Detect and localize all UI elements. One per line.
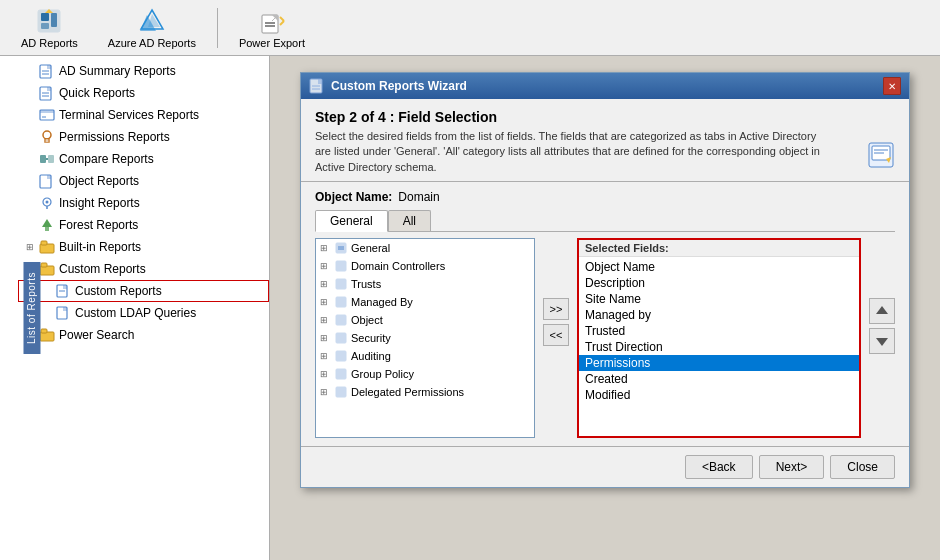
ft-icon-managed — [334, 295, 348, 309]
sidebar-item-permissions[interactable]: Permissions Reports — [18, 126, 269, 148]
sidebar-item-custom-parent[interactable]: ⊟ Custom Reports — [18, 258, 269, 280]
ft-icon-trusts — [334, 277, 348, 291]
icon-forest — [39, 217, 55, 233]
svg-rect-40 — [41, 241, 47, 245]
svg-rect-68 — [336, 369, 346, 379]
expander-ad-summary — [23, 64, 37, 78]
up-down-buttons — [869, 238, 895, 354]
svg-rect-30 — [48, 155, 54, 163]
arrow-left-icon: << — [550, 329, 563, 341]
selected-item-created[interactable]: Created — [579, 371, 859, 387]
sidebar-item-compare[interactable]: Compare Reports — [18, 148, 269, 170]
icon-terminal — [39, 107, 55, 123]
remove-field-btn[interactable]: << — [543, 324, 569, 346]
svg-point-26 — [43, 131, 51, 139]
icon-custom-child — [55, 283, 71, 299]
svg-rect-69 — [336, 387, 346, 397]
ft-icon-auditing — [334, 349, 348, 363]
selected-item-modified[interactable]: Modified — [579, 387, 859, 403]
close-button[interactable]: Close — [830, 455, 895, 479]
field-tree-security[interactable]: ⊞ Security — [316, 329, 534, 347]
ft-icon-delegated — [334, 385, 348, 399]
sidebar-item-power-search[interactable]: ⊞ Power Search — [18, 324, 269, 346]
dialog-titlebar: Custom Reports Wizard ✕ — [301, 73, 909, 99]
azure-icon — [138, 7, 166, 35]
tab-general[interactable]: General — [315, 210, 388, 232]
ft-icon-gp — [334, 367, 348, 381]
svg-rect-1 — [41, 13, 49, 21]
ft-expand-delegated: ⊞ — [320, 387, 334, 397]
ft-icon-object — [334, 313, 348, 327]
sidebar-custom-parent-label: Custom Reports — [59, 262, 146, 276]
selected-item-trustdirection[interactable]: Trust Direction — [579, 339, 859, 355]
field-tree-delegated[interactable]: ⊞ Delegated Permissions — [316, 383, 534, 401]
toolbar-ad-reports[interactable]: AD Reports — [8, 4, 91, 52]
field-label-gp: Group Policy — [351, 368, 414, 380]
svg-marker-37 — [42, 219, 52, 227]
svg-marker-70 — [876, 306, 888, 314]
sidebar-ad-summary-label: AD Summary Reports — [59, 64, 176, 78]
icon-ldap — [55, 305, 71, 321]
sidebar-ldap-label: Custom LDAP Queries — [75, 306, 196, 320]
field-tree-auditing[interactable]: ⊞ Auditing — [316, 347, 534, 365]
toolbar-azure-ad[interactable]: Azure AD Reports — [95, 4, 209, 52]
tab-row: General All — [315, 210, 895, 231]
dialog-titlebar-right: ✕ — [883, 77, 901, 95]
sidebar-item-object[interactable]: Object Reports — [18, 170, 269, 192]
toolbar-power-export[interactable]: Power Export — [226, 4, 318, 52]
object-name-row: Object Name: Domain — [315, 190, 895, 204]
toolbar: AD Reports Azure AD Reports Power Expor — [0, 0, 940, 56]
move-down-btn[interactable] — [869, 328, 895, 354]
expander-builtin: ⊞ — [23, 240, 37, 254]
expander-forest — [23, 218, 37, 232]
sidebar-item-quick-reports[interactable]: Quick Reports — [18, 82, 269, 104]
field-tree-managed[interactable]: ⊞ Managed By — [316, 293, 534, 311]
toolbar-ad-reports-label: AD Reports — [21, 37, 78, 49]
sidebar-item-insight[interactable]: Insight Reports — [18, 192, 269, 214]
field-tree-general[interactable]: ⊞ General — [316, 239, 534, 257]
arrow-right-icon: >> — [550, 303, 563, 315]
up-arrow-icon — [875, 304, 889, 318]
sidebar-item-ad-summary[interactable]: AD Summary Reports — [18, 60, 269, 82]
field-label-general: General — [351, 242, 390, 254]
sidebar-item-terminal[interactable]: Terminal Services Reports — [18, 104, 269, 126]
svg-rect-42 — [41, 263, 47, 267]
svg-rect-33 — [47, 175, 51, 179]
sidebar-item-forest[interactable]: Forest Reports — [18, 214, 269, 236]
field-tree-gp[interactable]: ⊞ Group Policy — [316, 365, 534, 383]
sidebar: List of Reports AD Summary Reports Quick… — [0, 56, 270, 560]
icon-quick-reports — [39, 85, 55, 101]
icon-insight — [39, 195, 55, 211]
selected-fields-header: Selected Fields: — [579, 240, 859, 257]
ft-expand-trusts: ⊞ — [320, 279, 334, 289]
ft-expand-auditing: ⊞ — [320, 351, 334, 361]
field-tree-object[interactable]: ⊞ Object — [316, 311, 534, 329]
sidebar-item-builtin[interactable]: ⊞ Built-in Reports — [18, 236, 269, 258]
selected-item-objectname[interactable]: Object Name — [579, 259, 859, 275]
content-area: Custom Reports Wizard ✕ Step 2 of 4 : Fi… — [270, 56, 940, 560]
selected-item-managedby[interactable]: Managed by — [579, 307, 859, 323]
dialog-close-x[interactable]: ✕ — [883, 77, 901, 95]
svg-rect-64 — [336, 297, 346, 307]
add-field-btn[interactable]: >> — [543, 298, 569, 320]
icon-compare — [39, 151, 55, 167]
next-button[interactable]: Next> — [759, 455, 825, 479]
selected-item-description[interactable]: Description — [579, 275, 859, 291]
custom-reports-dialog: Custom Reports Wizard ✕ Step 2 of 4 : Fi… — [300, 72, 910, 488]
field-tree-dc[interactable]: ⊞ Domain Controllers — [316, 257, 534, 275]
selected-item-sitename[interactable]: Site Name — [579, 291, 859, 307]
sidebar-item-ldap[interactable]: Custom LDAP Queries — [18, 302, 269, 324]
sidebar-item-custom-reports[interactable]: Custom Reports — [18, 280, 269, 302]
back-button[interactable]: <Back — [685, 455, 753, 479]
svg-rect-3 — [51, 13, 57, 27]
move-up-btn[interactable] — [869, 298, 895, 324]
tab-all[interactable]: All — [388, 210, 431, 231]
field-list-panel: ⊞ General ⊞ Domain Controllers ⊞ — [315, 238, 535, 438]
field-tree-trusts[interactable]: ⊞ Trusts — [316, 275, 534, 293]
field-label-dc: Domain Controllers — [351, 260, 445, 272]
expander-terminal — [23, 108, 37, 122]
selected-item-trusted[interactable]: Trusted — [579, 323, 859, 339]
selected-item-permissions[interactable]: Permissions — [579, 355, 859, 371]
svg-line-14 — [280, 21, 284, 25]
dialog-header: Step 2 of 4 : Field Selection Select the… — [301, 99, 909, 182]
